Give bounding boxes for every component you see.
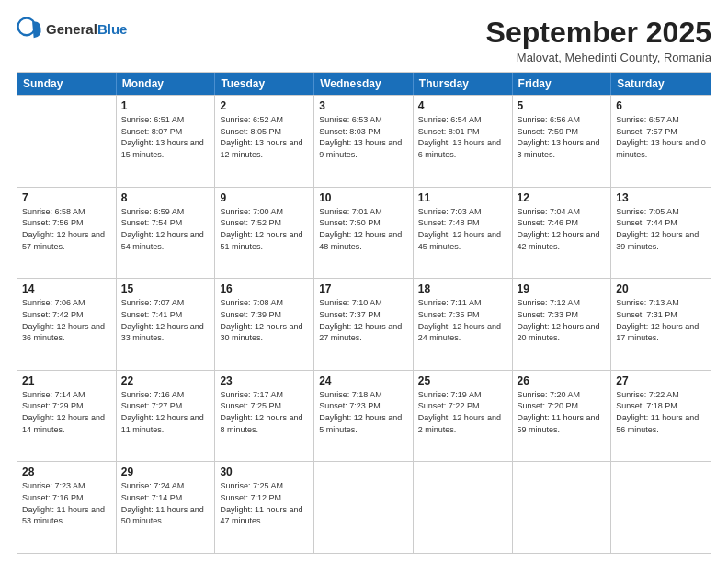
day-number: 23 bbox=[220, 374, 309, 387]
cell-sun-info: Sunrise: 7:18 AM Sunset: 7:23 PM Dayligh… bbox=[319, 389, 408, 435]
day-number: 30 bbox=[220, 465, 309, 478]
calendar-cell: 19Sunrise: 7:12 AM Sunset: 7:33 PM Dayli… bbox=[513, 279, 612, 370]
calendar-cell: 29Sunrise: 7:24 AM Sunset: 7:14 PM Dayli… bbox=[117, 462, 216, 553]
header: GeneralBlue September 2025 Malovat, Mehe… bbox=[17, 17, 711, 64]
calendar-cell bbox=[414, 462, 513, 553]
day-number: 13 bbox=[616, 191, 706, 204]
header-day-thursday: Thursday bbox=[414, 73, 513, 95]
day-number: 1 bbox=[121, 99, 210, 112]
day-number: 11 bbox=[418, 191, 507, 204]
cell-sun-info: Sunrise: 7:01 AM Sunset: 7:50 PM Dayligh… bbox=[319, 206, 408, 252]
cell-sun-info: Sunrise: 7:17 AM Sunset: 7:25 PM Dayligh… bbox=[220, 389, 309, 435]
day-number: 25 bbox=[418, 374, 507, 387]
cell-sun-info: Sunrise: 7:16 AM Sunset: 7:27 PM Dayligh… bbox=[121, 389, 210, 435]
calendar-cell: 8Sunrise: 6:59 AM Sunset: 7:54 PM Daylig… bbox=[117, 188, 216, 279]
day-number: 24 bbox=[319, 374, 408, 387]
day-number: 22 bbox=[121, 374, 210, 387]
cell-sun-info: Sunrise: 7:20 AM Sunset: 7:20 PM Dayligh… bbox=[518, 389, 607, 435]
calendar-cell: 27Sunrise: 7:22 AM Sunset: 7:18 PM Dayli… bbox=[611, 371, 711, 462]
calendar-row-4: 28Sunrise: 7:23 AM Sunset: 7:16 PM Dayli… bbox=[17, 461, 711, 553]
calendar-cell: 3Sunrise: 6:53 AM Sunset: 8:03 PM Daylig… bbox=[314, 96, 414, 187]
cell-sun-info: Sunrise: 6:58 AM Sunset: 7:56 PM Dayligh… bbox=[22, 206, 111, 252]
calendar-cell: 1Sunrise: 6:51 AM Sunset: 8:07 PM Daylig… bbox=[117, 96, 216, 187]
day-number: 3 bbox=[319, 99, 408, 112]
calendar-cell: 17Sunrise: 7:10 AM Sunset: 7:37 PM Dayli… bbox=[314, 279, 414, 370]
header-day-saturday: Saturday bbox=[611, 73, 711, 95]
calendar-cell: 2Sunrise: 6:52 AM Sunset: 8:05 PM Daylig… bbox=[215, 96, 314, 187]
cell-sun-info: Sunrise: 7:25 AM Sunset: 7:12 PM Dayligh… bbox=[220, 480, 309, 526]
calendar-cell: 7Sunrise: 6:58 AM Sunset: 7:56 PM Daylig… bbox=[17, 188, 117, 279]
calendar: SundayMondayTuesdayWednesdayThursdayFrid… bbox=[17, 72, 711, 554]
logo-text: GeneralBlue bbox=[46, 21, 127, 38]
calendar-cell: 20Sunrise: 7:13 AM Sunset: 7:31 PM Dayli… bbox=[611, 279, 711, 370]
day-number: 29 bbox=[121, 465, 210, 478]
svg-point-0 bbox=[18, 18, 36, 36]
cell-sun-info: Sunrise: 7:13 AM Sunset: 7:31 PM Dayligh… bbox=[616, 297, 706, 343]
day-number: 18 bbox=[418, 282, 507, 295]
calendar-cell bbox=[314, 462, 414, 553]
cell-sun-info: Sunrise: 6:59 AM Sunset: 7:54 PM Dayligh… bbox=[121, 206, 210, 252]
calendar-row-2: 14Sunrise: 7:06 AM Sunset: 7:42 PM Dayli… bbox=[17, 278, 711, 370]
day-number: 15 bbox=[121, 282, 210, 295]
calendar-cell: 24Sunrise: 7:18 AM Sunset: 7:23 PM Dayli… bbox=[314, 371, 414, 462]
calendar-cell: 18Sunrise: 7:11 AM Sunset: 7:35 PM Dayli… bbox=[414, 279, 513, 370]
cell-sun-info: Sunrise: 7:05 AM Sunset: 7:44 PM Dayligh… bbox=[616, 206, 706, 252]
day-number: 27 bbox=[616, 374, 706, 387]
cell-sun-info: Sunrise: 7:22 AM Sunset: 7:18 PM Dayligh… bbox=[616, 389, 706, 435]
day-number: 2 bbox=[220, 99, 309, 112]
cell-sun-info: Sunrise: 6:54 AM Sunset: 8:01 PM Dayligh… bbox=[418, 114, 507, 160]
page: GeneralBlue September 2025 Malovat, Mehe… bbox=[0, 0, 728, 563]
header-day-wednesday: Wednesday bbox=[314, 73, 414, 95]
calendar-cell: 22Sunrise: 7:16 AM Sunset: 7:27 PM Dayli… bbox=[117, 371, 216, 462]
cell-sun-info: Sunrise: 7:12 AM Sunset: 7:33 PM Dayligh… bbox=[518, 297, 607, 343]
day-number: 8 bbox=[121, 191, 210, 204]
calendar-cell: 14Sunrise: 7:06 AM Sunset: 7:42 PM Dayli… bbox=[17, 279, 117, 370]
calendar-row-1: 7Sunrise: 6:58 AM Sunset: 7:56 PM Daylig… bbox=[17, 187, 711, 279]
calendar-row-3: 21Sunrise: 7:14 AM Sunset: 7:29 PM Dayli… bbox=[17, 370, 711, 462]
calendar-cell: 5Sunrise: 6:56 AM Sunset: 7:59 PM Daylig… bbox=[513, 96, 612, 187]
cell-sun-info: Sunrise: 6:56 AM Sunset: 7:59 PM Dayligh… bbox=[518, 114, 607, 160]
calendar-cell: 12Sunrise: 7:04 AM Sunset: 7:46 PM Dayli… bbox=[513, 188, 612, 279]
title-block: September 2025 Malovat, Mehedinti County… bbox=[486, 17, 711, 64]
header-day-tuesday: Tuesday bbox=[215, 73, 314, 95]
cell-sun-info: Sunrise: 7:06 AM Sunset: 7:42 PM Dayligh… bbox=[22, 297, 111, 343]
day-number: 16 bbox=[220, 282, 309, 295]
cell-sun-info: Sunrise: 7:03 AM Sunset: 7:48 PM Dayligh… bbox=[418, 206, 507, 252]
day-number: 21 bbox=[22, 374, 111, 387]
day-number: 6 bbox=[616, 99, 706, 112]
day-number: 7 bbox=[22, 191, 111, 204]
cell-sun-info: Sunrise: 7:24 AM Sunset: 7:14 PM Dayligh… bbox=[121, 480, 210, 526]
logo-blue: Blue bbox=[97, 21, 128, 37]
calendar-cell: 30Sunrise: 7:25 AM Sunset: 7:12 PM Dayli… bbox=[215, 462, 314, 553]
header-day-friday: Friday bbox=[513, 73, 612, 95]
day-number: 28 bbox=[22, 465, 111, 478]
day-number: 10 bbox=[319, 191, 408, 204]
cell-sun-info: Sunrise: 6:51 AM Sunset: 8:07 PM Dayligh… bbox=[121, 114, 210, 160]
calendar-cell: 6Sunrise: 6:57 AM Sunset: 7:57 PM Daylig… bbox=[611, 96, 711, 187]
calendar-cell: 21Sunrise: 7:14 AM Sunset: 7:29 PM Dayli… bbox=[17, 371, 117, 462]
cell-sun-info: Sunrise: 7:00 AM Sunset: 7:52 PM Dayligh… bbox=[220, 206, 309, 252]
calendar-cell: 16Sunrise: 7:08 AM Sunset: 7:39 PM Dayli… bbox=[215, 279, 314, 370]
calendar-body: 1Sunrise: 6:51 AM Sunset: 8:07 PM Daylig… bbox=[17, 95, 711, 553]
logo-general: General bbox=[46, 21, 97, 37]
calendar-cell: 10Sunrise: 7:01 AM Sunset: 7:50 PM Dayli… bbox=[314, 188, 414, 279]
day-number: 4 bbox=[418, 99, 507, 112]
cell-sun-info: Sunrise: 7:04 AM Sunset: 7:46 PM Dayligh… bbox=[518, 206, 607, 252]
month-title: September 2025 bbox=[486, 17, 711, 49]
cell-sun-info: Sunrise: 7:07 AM Sunset: 7:41 PM Dayligh… bbox=[121, 297, 210, 343]
day-number: 17 bbox=[319, 282, 408, 295]
day-number: 9 bbox=[220, 191, 309, 204]
cell-sun-info: Sunrise: 6:57 AM Sunset: 7:57 PM Dayligh… bbox=[616, 114, 706, 160]
cell-sun-info: Sunrise: 6:52 AM Sunset: 8:05 PM Dayligh… bbox=[220, 114, 309, 160]
header-day-sunday: Sunday bbox=[17, 73, 117, 95]
cell-sun-info: Sunrise: 7:14 AM Sunset: 7:29 PM Dayligh… bbox=[22, 389, 111, 435]
cell-sun-info: Sunrise: 7:10 AM Sunset: 7:37 PM Dayligh… bbox=[319, 297, 408, 343]
day-number: 12 bbox=[518, 191, 607, 204]
calendar-cell bbox=[17, 96, 117, 187]
calendar-cell: 23Sunrise: 7:17 AM Sunset: 7:25 PM Dayli… bbox=[215, 371, 314, 462]
day-number: 20 bbox=[616, 282, 706, 295]
calendar-cell: 11Sunrise: 7:03 AM Sunset: 7:48 PM Dayli… bbox=[414, 188, 513, 279]
calendar-cell bbox=[513, 462, 612, 553]
calendar-cell: 13Sunrise: 7:05 AM Sunset: 7:44 PM Dayli… bbox=[611, 188, 711, 279]
calendar-header: SundayMondayTuesdayWednesdayThursdayFrid… bbox=[17, 73, 711, 95]
